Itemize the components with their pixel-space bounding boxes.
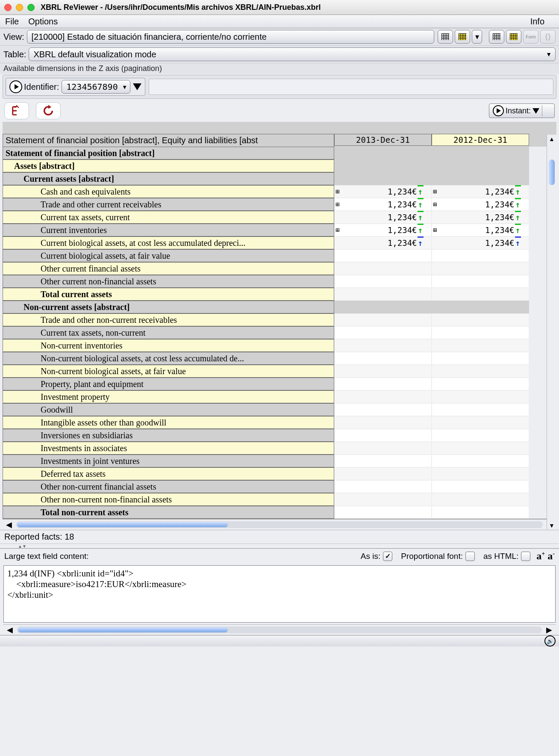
scroll-thumb[interactable]: [17, 522, 228, 527]
table-row[interactable]: Deferred tax assets: [3, 467, 556, 480]
value-cell[interactable]: [432, 352, 529, 365]
table-row[interactable]: Trade and other non-current receivables: [3, 313, 556, 326]
scroll-thumb[interactable]: [18, 627, 228, 632]
value-cell[interactable]: [432, 416, 529, 429]
value-cell[interactable]: [334, 262, 432, 275]
table-row[interactable]: Non-current biological assets, at fair v…: [3, 365, 556, 378]
view-combo[interactable]: [210000] Estado de situación financiera,…: [27, 30, 434, 44]
text-horizontal-scrollbar[interactable]: ◀ ▶: [3, 624, 556, 635]
value-cell[interactable]: [334, 147, 432, 159]
value-cell[interactable]: [334, 288, 432, 301]
table-row[interactable]: Current tax assets, non-current: [3, 326, 556, 339]
splitter[interactable]: ▲▼: [0, 543, 559, 548]
value-cell[interactable]: [432, 378, 529, 390]
value-cell[interactable]: [432, 480, 529, 493]
value-cell[interactable]: [432, 159, 529, 172]
propfont-checkbox[interactable]: [465, 552, 475, 561]
scroll-down-icon[interactable]: ▼: [547, 522, 556, 529]
value-cell[interactable]: [334, 326, 432, 339]
table-row[interactable]: Statement of financial position [abstrac…: [3, 147, 556, 159]
table-row[interactable]: Cash and cash equivalents⊞1,234€↑⊞1,234€…: [3, 185, 556, 198]
ashtml-checkbox[interactable]: [521, 552, 530, 561]
table-row[interactable]: Non-current assets [abstract]: [3, 301, 556, 313]
table-row[interactable]: Investment property: [3, 390, 556, 403]
value-cell[interactable]: ⊞1,234€↑: [432, 224, 529, 236]
value-cell[interactable]: [432, 275, 529, 288]
value-cell[interactable]: [432, 262, 529, 275]
code-button[interactable]: ⟨⟩: [540, 30, 556, 44]
scroll-right-icon[interactable]: ▶: [545, 625, 553, 635]
value-cell[interactable]: [334, 352, 432, 365]
minimize-window-icon[interactable]: [16, 4, 23, 11]
form-button[interactable]: Form: [523, 30, 538, 44]
grid-dropdown-button[interactable]: ▾: [472, 30, 482, 44]
table-row[interactable]: Other current non-financial assets: [3, 275, 556, 288]
table-row[interactable]: Intangible assets other than goodwill: [3, 416, 556, 429]
value-cell[interactable]: [432, 493, 529, 506]
value-cell[interactable]: [432, 288, 529, 301]
value-cell[interactable]: [334, 313, 432, 326]
value-cell[interactable]: [432, 403, 529, 416]
value-cell[interactable]: [334, 416, 432, 429]
table-row[interactable]: Property, plant and equipment: [3, 378, 556, 390]
font-increase-icon[interactable]: a+: [536, 550, 545, 562]
menu-file[interactable]: File: [5, 17, 19, 27]
expand-tree-button[interactable]: [4, 102, 29, 119]
menu-options[interactable]: Options: [28, 17, 58, 27]
font-decrease-icon[interactable]: a-: [547, 550, 555, 562]
value-cell[interactable]: [334, 467, 432, 480]
menu-info[interactable]: Info: [530, 17, 544, 27]
play-icon[interactable]: [9, 80, 22, 93]
value-cell[interactable]: ⊞1,234€↑: [432, 185, 529, 198]
value-cell[interactable]: [334, 378, 432, 390]
value-cell[interactable]: [334, 455, 432, 467]
vertical-scrollbar[interactable]: ▲ ▼: [547, 135, 556, 530]
value-cell[interactable]: [432, 442, 529, 455]
value-cell[interactable]: 1,234€↑: [334, 211, 432, 224]
scroll-thumb[interactable]: [549, 159, 555, 185]
table-row[interactable]: Current assets [abstract]: [3, 172, 556, 185]
value-cell[interactable]: [432, 147, 529, 159]
table-row[interactable]: Current biological assets, at cost less …: [3, 236, 556, 249]
value-cell[interactable]: [334, 301, 432, 313]
horizontal-scrollbar[interactable]: ◀ ▶: [3, 519, 556, 530]
value-cell[interactable]: 1,234€↑: [432, 211, 529, 224]
value-cell[interactable]: [334, 275, 432, 288]
table-row[interactable]: Trade and other current receivables⊞1,23…: [3, 198, 556, 211]
value-cell[interactable]: ⊞1,234€↑: [334, 198, 432, 211]
value-cell[interactable]: [334, 365, 432, 378]
value-cell[interactable]: [432, 455, 529, 467]
value-cell[interactable]: [334, 390, 432, 403]
table-row[interactable]: Non-current inventories: [3, 339, 556, 352]
value-cell[interactable]: [334, 249, 432, 262]
table-row[interactable]: Investments in associates: [3, 442, 556, 455]
value-cell[interactable]: [334, 339, 432, 352]
table-row[interactable]: Total current assets: [3, 288, 556, 301]
grid-alt1-button[interactable]: [489, 30, 504, 44]
table-row[interactable]: Assets [abstract]: [3, 159, 556, 172]
col-header-1[interactable]: 2012-Dec-31: [432, 134, 529, 146]
refresh-button[interactable]: [36, 102, 61, 119]
grid-highlight-button[interactable]: [455, 30, 470, 44]
asis-checkbox[interactable]: [383, 552, 392, 561]
large-text-content[interactable]: 1,234 d(INF) <xbrli:unit id="id4"> <xbrl…: [3, 565, 556, 623]
value-cell[interactable]: [432, 429, 529, 442]
value-cell[interactable]: [334, 480, 432, 493]
value-cell[interactable]: [334, 506, 432, 519]
value-cell[interactable]: [432, 249, 529, 262]
value-cell[interactable]: [334, 493, 432, 506]
filter-triangle-icon[interactable]: [133, 83, 141, 90]
instant-box[interactable]: Instant:: [489, 103, 555, 118]
table-row[interactable]: Goodwill: [3, 403, 556, 416]
value-cell[interactable]: [432, 467, 529, 480]
value-cell[interactable]: [432, 390, 529, 403]
value-cell[interactable]: [432, 365, 529, 378]
value-cell[interactable]: [432, 172, 529, 185]
grid-plain-button[interactable]: [438, 30, 453, 44]
table-row[interactable]: Current inventories⊞1,234€↑⊞1,234€↑: [3, 224, 556, 236]
value-cell[interactable]: [432, 339, 529, 352]
value-cell[interactable]: [334, 172, 432, 185]
value-cell[interactable]: [334, 442, 432, 455]
value-cell[interactable]: [432, 326, 529, 339]
scroll-up-icon[interactable]: ▲: [547, 136, 556, 142]
